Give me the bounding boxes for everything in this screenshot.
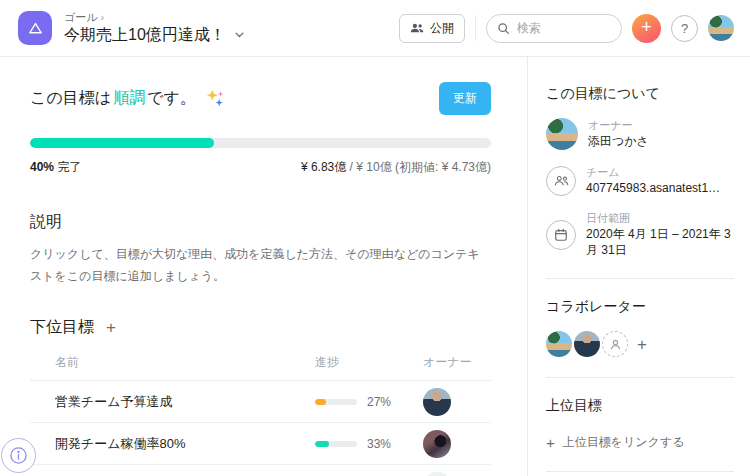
add-sub-goal-button[interactable]: + bbox=[106, 319, 116, 336]
top-bar: ゴール › 今期売上10億円達成！ 公開 bbox=[0, 0, 750, 57]
create-button[interactable]: + bbox=[632, 14, 661, 43]
help-button[interactable]: ? bbox=[671, 15, 698, 42]
goal-main-panel: この目標は順調です。 更新 40% 完了 ¥ 6.83億 / ¥ 10億 (初期… bbox=[0, 57, 527, 476]
share-button-label: 公開 bbox=[430, 20, 454, 37]
column-header-progress: 進捗 bbox=[315, 354, 423, 371]
collaborators-row: + bbox=[546, 331, 734, 357]
goal-logo[interactable] bbox=[18, 11, 52, 45]
link-parent-goal-button[interactable]: + 上位目標をリンクする bbox=[546, 434, 734, 451]
parent-goal-heading: 上位目標 bbox=[546, 397, 734, 415]
sub-goal-name: 開発チーム稼働率80% bbox=[55, 435, 315, 453]
team-name: 407745983.asanatest1… bbox=[586, 180, 720, 196]
sub-goals-table: 名前 進捗 オーナー 営業チーム予算達成 27% 開発チーム稼働率80% bbox=[30, 354, 491, 476]
info-icon bbox=[9, 446, 28, 465]
search-box[interactable] bbox=[486, 14, 622, 43]
sidebar-divider bbox=[546, 377, 734, 378]
owner-field[interactable]: オーナー 添田つかさ bbox=[546, 118, 734, 150]
update-status-button[interactable]: 更新 bbox=[439, 82, 491, 115]
avatar bbox=[423, 472, 451, 476]
info-fab-button[interactable] bbox=[1, 438, 36, 473]
sparkles-icon bbox=[205, 88, 227, 110]
goal-progress-bar bbox=[30, 138, 491, 148]
page-title: 今期売上10億円達成！ bbox=[64, 25, 226, 45]
goal-progress-fill bbox=[30, 138, 214, 148]
collaborators-heading: コラボレーター bbox=[546, 298, 734, 316]
team-label: チーム bbox=[586, 165, 720, 180]
breadcrumb-label: ゴール bbox=[64, 11, 98, 25]
search-icon bbox=[497, 22, 510, 35]
about-goal-heading: この目標について bbox=[546, 85, 734, 103]
avatar[interactable] bbox=[574, 331, 600, 357]
sidebar-divider bbox=[546, 471, 734, 472]
owner-label: オーナー bbox=[588, 118, 649, 133]
sub-goal-row[interactable]: 開発チーム稼働率80% 33% bbox=[30, 423, 491, 465]
progress-values: ¥ 6.83億 / ¥ 10億 (初期値: ¥ 4.73億) bbox=[301, 159, 491, 176]
description-placeholder[interactable]: クリックして、目標が大切な理由、成功を定義した方法、その理由などのコンテキストを… bbox=[30, 244, 491, 287]
sub-goal-progress-bar bbox=[315, 441, 357, 447]
search-input[interactable] bbox=[517, 21, 607, 35]
team-icon bbox=[546, 166, 576, 196]
avatar bbox=[546, 118, 578, 150]
description-heading: 説明 bbox=[30, 212, 491, 233]
goal-details-sidebar: この目標について オーナー 添田つかさ チーム 407745983.asanat… bbox=[527, 57, 750, 476]
column-header-owner: オーナー bbox=[423, 354, 491, 371]
sub-goal-progress-bar bbox=[315, 399, 357, 405]
sub-goal-row[interactable]: マーケチーム集客20%増 60% bbox=[30, 465, 491, 476]
link-parent-goal-label: 上位目標をリンクする bbox=[563, 434, 685, 451]
date-range-value: 2020年 4月 1日 – 2021年 3月 31日 bbox=[586, 226, 734, 258]
column-header-name: 名前 bbox=[55, 354, 315, 371]
sub-goal-percent: 27% bbox=[367, 395, 391, 409]
triangle-goal-icon bbox=[27, 20, 44, 37]
avatar bbox=[423, 430, 451, 458]
add-collaborator-button[interactable]: + bbox=[637, 336, 647, 353]
user-avatar[interactable] bbox=[708, 15, 734, 41]
sidebar-divider bbox=[546, 278, 734, 279]
avatar[interactable] bbox=[546, 331, 572, 357]
sub-goals-table-header: 名前 進捗 オーナー bbox=[30, 354, 491, 381]
avatar bbox=[423, 388, 451, 416]
members-icon bbox=[410, 22, 424, 34]
goal-status-text: この目標は順調です。 bbox=[30, 88, 227, 110]
sub-goal-percent: 33% bbox=[367, 437, 391, 451]
sub-goals-heading: 下位目標 bbox=[30, 317, 94, 338]
chevron-down-icon bbox=[234, 29, 245, 40]
team-field[interactable]: チーム 407745983.asanatest1… bbox=[546, 165, 734, 196]
header-divider bbox=[475, 15, 476, 41]
sub-goal-row[interactable]: 営業チーム予算達成 27% bbox=[30, 381, 491, 423]
plus-icon: + bbox=[546, 435, 555, 450]
calendar-icon bbox=[546, 220, 576, 250]
status-on-track: 順調 bbox=[113, 88, 145, 109]
goal-title-dropdown[interactable]: 今期売上10億円達成！ bbox=[64, 25, 245, 45]
invite-collaborator-button[interactable] bbox=[602, 331, 628, 357]
progress-percent-label: 40% 完了 bbox=[30, 159, 81, 176]
sub-goal-name: 営業チーム予算達成 bbox=[55, 393, 315, 411]
share-button[interactable]: 公開 bbox=[399, 14, 465, 43]
chevron-right-icon: › bbox=[101, 11, 105, 25]
date-range-field[interactable]: 日付範囲 2020年 4月 1日 – 2021年 3月 31日 bbox=[546, 211, 734, 258]
date-range-label: 日付範囲 bbox=[586, 211, 734, 226]
breadcrumb[interactable]: ゴール › bbox=[64, 11, 245, 25]
owner-name: 添田つかさ bbox=[588, 133, 649, 149]
